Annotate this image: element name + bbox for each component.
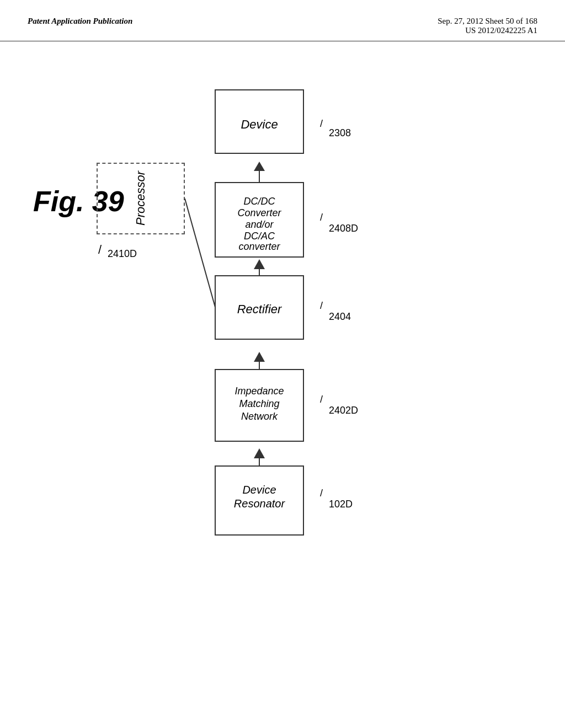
dcdc-text1: DC/DC bbox=[244, 196, 276, 207]
publication-label: Patent Application Publication bbox=[28, 17, 132, 26]
header: Patent Application Publication Sep. 27, … bbox=[0, 0, 565, 41]
impedance-text1: Impedance bbox=[234, 386, 284, 397]
arrow-imp-rect-head bbox=[254, 352, 265, 362]
diagram-svg: Device / 2308 DC/DC Converter and/or DC/… bbox=[0, 41, 565, 725]
device-text: Device bbox=[241, 117, 278, 131]
diagram-area: Fig. 39 Processor / 2410D Device / 2308 … bbox=[0, 41, 565, 725]
ref-2402d-slash: / bbox=[320, 394, 323, 405]
impedance-text3: Network bbox=[241, 411, 278, 422]
ref-2404-slash: / bbox=[320, 300, 323, 311]
processor-connector bbox=[185, 199, 215, 307]
ref-102d-slash: / bbox=[320, 488, 323, 499]
arrow-res-imp-head bbox=[254, 448, 265, 458]
ref-102d: 102D bbox=[329, 499, 353, 510]
arrow-dcdc-device-head bbox=[254, 162, 265, 171]
ref-2308: 2308 bbox=[329, 127, 351, 138]
ref-2408d-slash: / bbox=[320, 212, 323, 223]
device-res-text1: Device bbox=[242, 484, 276, 496]
sheet-info: Sep. 27, 2012 Sheet 50 of 168 bbox=[438, 17, 537, 26]
dcdc-text5: converter bbox=[238, 241, 280, 252]
rectifier-text: Rectifier bbox=[237, 302, 282, 316]
ref-2408d: 2408D bbox=[329, 223, 358, 234]
patent-number: US 2012/0242225 A1 bbox=[438, 26, 537, 35]
header-info: Sep. 27, 2012 Sheet 50 of 168 US 2012/02… bbox=[438, 17, 537, 35]
device-res-text2: Resonator bbox=[234, 497, 286, 510]
impedance-text2: Matching bbox=[239, 398, 279, 409]
dcdc-text4: DC/AC bbox=[244, 231, 275, 242]
arrow-rect-dcdc-head bbox=[254, 259, 265, 269]
ref-2308-slash: / bbox=[320, 118, 323, 129]
dcdc-text2: Converter bbox=[237, 207, 281, 218]
ref-2404: 2404 bbox=[329, 311, 351, 322]
ref-2402d: 2402D bbox=[329, 405, 358, 416]
dcdc-text3: and/or bbox=[245, 219, 274, 230]
